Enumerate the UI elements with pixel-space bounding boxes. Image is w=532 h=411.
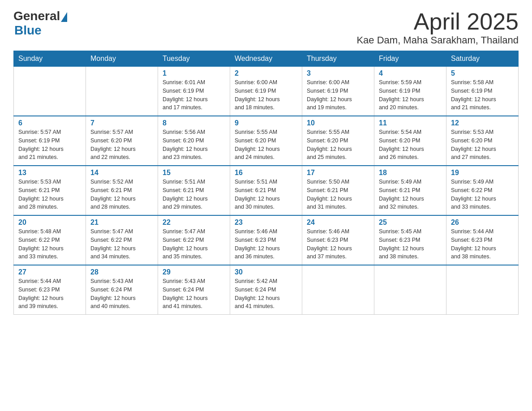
calendar-cell: 12Sunrise: 5:53 AM Sunset: 6:20 PM Dayli… [446,116,519,166]
day-info: Sunrise: 5:55 AM Sunset: 6:20 PM Dayligh… [235,128,297,162]
calendar-week-row: 1Sunrise: 6:01 AM Sunset: 6:19 PM Daylig… [14,67,519,116]
calendar-table: SundayMondayTuesdayWednesdayThursdayFrid… [13,51,519,315]
day-info: Sunrise: 5:54 AM Sunset: 6:20 PM Dayligh… [379,128,442,162]
calendar-cell: 7Sunrise: 5:57 AM Sunset: 6:20 PM Daylig… [86,116,158,166]
calendar-cell: 18Sunrise: 5:49 AM Sunset: 6:21 PM Dayli… [374,166,446,215]
day-info: Sunrise: 5:47 AM Sunset: 6:22 PM Dayligh… [163,227,225,261]
day-info: Sunrise: 5:44 AM Sunset: 6:23 PM Dayligh… [18,277,81,311]
day-info: Sunrise: 5:53 AM Sunset: 6:21 PM Dayligh… [18,178,81,211]
day-of-week-header: Wednesday [230,51,302,67]
day-number: 19 [451,169,514,177]
day-number: 23 [235,218,297,227]
day-number: 20 [18,218,81,227]
day-number: 9 [235,119,297,127]
calendar-week-row: 6Sunrise: 5:57 AM Sunset: 6:19 PM Daylig… [14,116,519,166]
day-number: 4 [379,69,442,77]
calendar-cell: 13Sunrise: 5:53 AM Sunset: 6:21 PM Dayli… [14,166,86,215]
day-info: Sunrise: 5:49 AM Sunset: 6:21 PM Dayligh… [379,178,442,211]
day-number: 13 [18,169,81,177]
calendar-cell: 22Sunrise: 5:47 AM Sunset: 6:22 PM Dayli… [158,215,230,265]
day-number: 30 [235,268,297,276]
day-of-week-header: Monday [86,51,158,67]
title-section: April 2025 Kae Dam, Maha Sarakham, Thail… [356,9,519,46]
calendar-cell: 28Sunrise: 5:43 AM Sunset: 6:24 PM Dayli… [86,265,158,315]
calendar-cell: 11Sunrise: 5:54 AM Sunset: 6:20 PM Dayli… [374,116,446,166]
day-info: Sunrise: 5:56 AM Sunset: 6:20 PM Dayligh… [163,128,225,162]
day-number: 5 [451,69,514,77]
calendar-cell: 19Sunrise: 5:49 AM Sunset: 6:22 PM Dayli… [446,166,519,215]
day-info: Sunrise: 5:52 AM Sunset: 6:21 PM Dayligh… [90,178,153,211]
day-number: 10 [307,119,369,127]
calendar-cell: 16Sunrise: 5:51 AM Sunset: 6:21 PM Dayli… [230,166,302,215]
calendar-cell [446,265,519,315]
day-of-week-header: Thursday [302,51,374,67]
day-number: 16 [235,169,297,177]
calendar-cell: 4Sunrise: 5:59 AM Sunset: 6:19 PM Daylig… [374,67,446,116]
day-info: Sunrise: 5:46 AM Sunset: 6:23 PM Dayligh… [307,227,369,261]
calendar-header-row: SundayMondayTuesdayWednesdayThursdayFrid… [14,51,519,67]
calendar-cell: 9Sunrise: 5:55 AM Sunset: 6:20 PM Daylig… [230,116,302,166]
day-info: Sunrise: 5:42 AM Sunset: 6:24 PM Dayligh… [235,277,297,311]
day-info: Sunrise: 5:46 AM Sunset: 6:23 PM Dayligh… [235,227,297,261]
calendar-cell: 17Sunrise: 5:50 AM Sunset: 6:21 PM Dayli… [302,166,374,215]
day-of-week-header: Saturday [446,51,519,67]
day-number: 29 [163,268,225,276]
calendar-cell: 26Sunrise: 5:44 AM Sunset: 6:23 PM Dayli… [446,215,519,265]
day-number: 21 [90,218,153,227]
day-number: 1 [163,69,225,77]
day-number: 15 [163,169,225,177]
calendar-cell: 29Sunrise: 5:43 AM Sunset: 6:24 PM Dayli… [158,265,230,315]
day-info: Sunrise: 5:45 AM Sunset: 6:23 PM Dayligh… [379,227,442,261]
day-number: 18 [379,169,442,177]
calendar-cell: 25Sunrise: 5:45 AM Sunset: 6:23 PM Dayli… [374,215,446,265]
day-number: 27 [18,268,81,276]
calendar-cell: 21Sunrise: 5:47 AM Sunset: 6:22 PM Dayli… [86,215,158,265]
calendar-cell: 14Sunrise: 5:52 AM Sunset: 6:21 PM Dayli… [86,166,158,215]
logo-general-text: General [13,9,60,23]
calendar-cell [374,265,446,315]
day-of-week-header: Friday [374,51,446,67]
day-info: Sunrise: 5:43 AM Sunset: 6:24 PM Dayligh… [90,277,153,311]
logo: General Blue [13,9,67,38]
calendar-cell: 1Sunrise: 6:01 AM Sunset: 6:19 PM Daylig… [158,67,230,116]
day-number: 2 [235,69,297,77]
day-info: Sunrise: 5:53 AM Sunset: 6:20 PM Dayligh… [451,128,514,162]
day-number: 28 [90,268,153,276]
day-info: Sunrise: 5:55 AM Sunset: 6:20 PM Dayligh… [307,128,369,162]
calendar-cell [86,67,158,116]
calendar-week-row: 20Sunrise: 5:48 AM Sunset: 6:22 PM Dayli… [14,215,519,265]
calendar-cell: 20Sunrise: 5:48 AM Sunset: 6:22 PM Dayli… [14,215,86,265]
calendar-cell: 27Sunrise: 5:44 AM Sunset: 6:23 PM Dayli… [14,265,86,315]
calendar-cell: 3Sunrise: 6:00 AM Sunset: 6:19 PM Daylig… [302,67,374,116]
day-info: Sunrise: 5:51 AM Sunset: 6:21 PM Dayligh… [235,178,297,211]
day-info: Sunrise: 5:59 AM Sunset: 6:19 PM Dayligh… [379,78,442,112]
day-info: Sunrise: 5:47 AM Sunset: 6:22 PM Dayligh… [90,227,153,261]
calendar-cell [14,67,86,116]
calendar-cell: 5Sunrise: 5:58 AM Sunset: 6:19 PM Daylig… [446,67,519,116]
day-info: Sunrise: 5:57 AM Sunset: 6:20 PM Dayligh… [90,128,153,162]
day-number: 12 [451,119,514,127]
calendar-cell: 10Sunrise: 5:55 AM Sunset: 6:20 PM Dayli… [302,116,374,166]
calendar-cell: 24Sunrise: 5:46 AM Sunset: 6:23 PM Dayli… [302,215,374,265]
day-info: Sunrise: 5:50 AM Sunset: 6:21 PM Dayligh… [307,178,369,211]
day-number: 22 [163,218,225,227]
calendar-week-row: 27Sunrise: 5:44 AM Sunset: 6:23 PM Dayli… [14,265,519,315]
location-title: Kae Dam, Maha Sarakham, Thailand [356,34,519,46]
day-number: 7 [90,119,153,127]
calendar-cell: 30Sunrise: 5:42 AM Sunset: 6:24 PM Dayli… [230,265,302,315]
day-number: 17 [307,169,369,177]
day-number: 3 [307,69,369,77]
day-info: Sunrise: 5:48 AM Sunset: 6:22 PM Dayligh… [18,227,81,261]
day-number: 14 [90,169,153,177]
day-info: Sunrise: 5:49 AM Sunset: 6:22 PM Dayligh… [451,178,514,211]
day-info: Sunrise: 5:43 AM Sunset: 6:24 PM Dayligh… [163,277,225,311]
logo-blue-text: Blue [14,23,42,38]
day-info: Sunrise: 5:51 AM Sunset: 6:21 PM Dayligh… [163,178,225,211]
day-of-week-header: Sunday [14,51,86,67]
month-title: April 2025 [356,9,519,34]
day-of-week-header: Tuesday [158,51,230,67]
day-number: 8 [163,119,225,127]
calendar-week-row: 13Sunrise: 5:53 AM Sunset: 6:21 PM Dayli… [14,166,519,215]
day-number: 24 [307,218,369,227]
day-info: Sunrise: 5:44 AM Sunset: 6:23 PM Dayligh… [451,227,514,261]
